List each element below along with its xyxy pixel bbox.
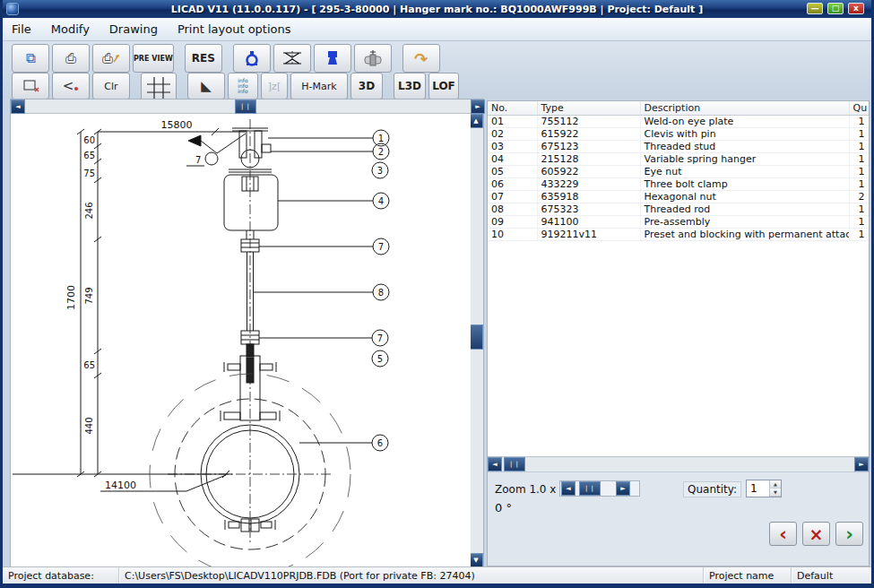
drawing-vertical-scrollbar[interactable]: ▲ ▼ [469, 114, 483, 567]
table-scroll-left-button[interactable]: ◄ [488, 457, 502, 471]
copy-icon: ⧉ [26, 50, 36, 66]
controls-area: Zoom 1.0 x 0 ° ◄ | | ► Quantity: ▲ ▼ ‹ ×… [488, 471, 869, 566]
angle-dot-icon [74, 81, 79, 91]
table-row[interactable]: 01755112Weld-on eye plate1 [488, 116, 869, 128]
copy-drawing-button[interactable]: ⧉ [12, 44, 49, 73]
table-row[interactable]: 06433229Three bolt clamp1 [488, 178, 869, 191]
print-settings-button[interactable]: ⎙ [92, 44, 130, 73]
balloon-5: 5 [377, 354, 383, 364]
status-database-label: Project database: [3, 567, 119, 584]
clamp-tool-button[interactable] [273, 44, 311, 73]
zoom-slider[interactable]: ◄ | | ► [559, 480, 640, 497]
view-3d-button[interactable]: 3D [350, 73, 383, 99]
lof-button[interactable]: LOF [428, 73, 459, 99]
dim-1700-label: 1700 [65, 285, 77, 310]
res-button[interactable]: RES [185, 44, 222, 73]
table-row[interactable]: 04215128Variable spring hanger1 [488, 153, 869, 166]
table-scroll-right-button[interactable]: ► [854, 457, 869, 471]
zoom-out-button[interactable]: ◄ [561, 481, 575, 496]
hanger-mark-button[interactable]: H-Mark [290, 73, 348, 99]
cancel-button[interactable]: × [802, 522, 830, 546]
export-drawing-button[interactable] [12, 73, 49, 99]
table-scroll-thumb[interactable]: | | [504, 457, 525, 471]
parts-table-header: No. Type Description Qu [488, 101, 869, 116]
table-cell: Preset and blocking with permanent attac… [640, 229, 849, 241]
minimize-button[interactable]: — [807, 3, 823, 14]
drawing-canvas[interactable]: 15800 60 65 75 246 1700 749 65 440 14100… [11, 114, 471, 567]
vertical-scroll-thumb[interactable] [469, 324, 483, 350]
balloon-7a: 7 [378, 242, 384, 252]
table-cell: 07 [488, 191, 537, 203]
previous-hanger-button[interactable]: ‹ [769, 522, 797, 546]
pipe-support-tool-button[interactable] [354, 44, 392, 73]
table-row[interactable]: 08675323Threaded rod1 [488, 203, 869, 216]
scroll-left-button[interactable]: ◄ [11, 99, 25, 114]
angle-button[interactable]: < [52, 73, 90, 99]
info-button[interactable]: info info info [228, 73, 258, 99]
spring-hanger-icon [243, 49, 261, 67]
table-row[interactable]: 07635918Hexagonal nut2 [488, 191, 869, 203]
angle-icon: < [63, 78, 74, 94]
table-row[interactable]: 09941100Pre-assembly1 [488, 216, 869, 229]
dim-65b-label: 65 [83, 360, 95, 370]
quantity-spinner[interactable]: ▲ ▼ [746, 480, 782, 497]
column-header-description[interactable]: Description [640, 101, 849, 116]
preview-button[interactable]: PRE VIEW [133, 44, 174, 73]
close-button[interactable]: x [848, 3, 864, 14]
spring-hanger-tool-button[interactable] [233, 44, 271, 73]
table-horizontal-scrollbar[interactable]: ◄ | | ► [488, 456, 869, 471]
app-window: LICAD V11 (11.0.0.117) - [ 295-3-80000 |… [0, 0, 874, 588]
menu-drawing[interactable]: Drawing [109, 22, 158, 36]
scroll-right-button[interactable]: ► [471, 99, 485, 114]
hanger-assembly-tool-button[interactable] [314, 44, 351, 73]
l3d-button[interactable]: L3D [394, 73, 426, 99]
table-cell: Clevis with pin [640, 128, 849, 141]
quantity-up-button[interactable]: ▲ [770, 480, 781, 489]
dim-75-label: 75 [83, 169, 95, 178]
horizontal-scroll-thumb[interactable]: | | [235, 99, 256, 114]
zoom-in-button[interactable]: ► [616, 481, 630, 496]
menu-bar: File Modify Drawing Print layout options [3, 18, 871, 41]
table-row[interactable]: 05605922Eye nut1 [488, 166, 869, 178]
slope-button[interactable]: ◣ [187, 73, 225, 99]
table-row[interactable]: 02615922Clevis with pin1 [488, 128, 869, 141]
quantity-input[interactable] [747, 480, 769, 497]
cancel-icon: × [809, 524, 824, 544]
scroll-up-button[interactable]: ▲ [469, 114, 483, 128]
rotate-button[interactable]: ↷ [402, 44, 440, 73]
drawing-horizontal-scrollbar[interactable]: ◄ | | ► [11, 99, 485, 114]
table-cell: 2 [849, 191, 869, 203]
scroll-down-button[interactable]: ▼ [469, 553, 483, 567]
dim-440-label: 440 [84, 417, 94, 434]
balloon-1: 1 [378, 134, 384, 143]
table-cell: 09 [488, 216, 537, 229]
zoom-slider-thumb[interactable]: | | [579, 481, 601, 496]
table-cell: 1 [849, 166, 869, 178]
status-project-name-label: Project name [704, 567, 792, 584]
dim-span-label: 15800 [161, 119, 193, 131]
menu-file[interactable]: File [12, 22, 31, 36]
column-header-quantity[interactable]: Qu [849, 101, 869, 116]
table-row[interactable]: 10919211v11Preset and blocking with perm… [488, 229, 869, 241]
window-title: LICAD V11 (11.0.0.117) - [ 295-3-80000 |… [3, 4, 871, 15]
dim-elevation-label: 14100 [105, 480, 136, 491]
quantity-down-button[interactable]: ▼ [770, 489, 781, 497]
column-header-type[interactable]: Type [537, 101, 640, 116]
parts-table-body: 01755112Weld-on eye plate102615922Clevis… [488, 116, 869, 241]
menu-modify[interactable]: Modify [51, 22, 90, 36]
clear-button[interactable]: Clr [92, 73, 130, 99]
balloon-8: 8 [378, 288, 384, 298]
maximize-button[interactable]: □ [827, 3, 844, 14]
menu-print-layout-options[interactable]: Print layout options [177, 22, 291, 36]
balloon-2: 2 [378, 147, 384, 157]
table-cell: 1 [849, 203, 869, 216]
column-header-no[interactable]: No. [488, 101, 537, 116]
next-hanger-button[interactable]: › [835, 522, 863, 546]
table-row[interactable]: 03675123Threaded stud1 [488, 141, 869, 153]
print-icon: ⎙ [65, 50, 76, 66]
table-cell: Hexagonal nut [640, 191, 849, 203]
table-cell: 06 [488, 178, 537, 191]
table-cell: 1 [849, 178, 869, 191]
print-button[interactable]: ⎙ [52, 44, 90, 73]
next-icon: › [845, 525, 853, 543]
